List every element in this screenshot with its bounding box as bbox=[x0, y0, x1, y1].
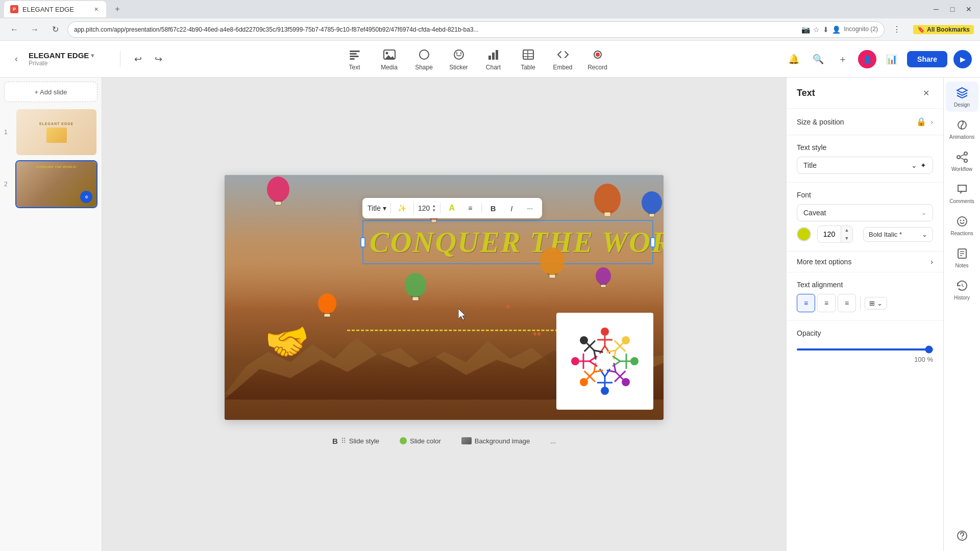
close-button[interactable]: ✕ bbox=[962, 2, 976, 16]
text-style-select[interactable]: Title ▾ bbox=[368, 204, 386, 212]
avatar[interactable]: 👤 bbox=[858, 50, 876, 68]
address-bar[interactable]: app.pitch.com/app/presentation/58f67c22-… bbox=[67, 21, 885, 38]
opacity-value: 100 % bbox=[797, 356, 933, 363]
animations-panel-button[interactable]: Animations bbox=[946, 114, 978, 144]
size-position-toggle[interactable]: Size & position 🔒 › bbox=[797, 117, 933, 127]
undo-button[interactable]: ↩ bbox=[129, 50, 147, 68]
redo-button[interactable]: ↪ bbox=[149, 50, 167, 68]
workflow-panel-button[interactable]: Workflow bbox=[946, 146, 978, 176]
align-right-button[interactable]: ≡ bbox=[838, 294, 856, 312]
align-left-button[interactable]: ≡ bbox=[797, 294, 815, 312]
resize-handle-left[interactable] bbox=[360, 237, 365, 247]
slide-headline-text[interactable]: CONQUER THE WORLD! bbox=[365, 223, 650, 261]
slide-item-2[interactable]: CONQUER THE WORLD! ⚙ bbox=[15, 160, 97, 208]
font-color-swatch[interactable] bbox=[797, 227, 811, 241]
vertical-align-icon: ⊞ bbox=[869, 299, 875, 307]
font-size-value[interactable] bbox=[818, 227, 841, 241]
tab-close-button[interactable]: ✕ bbox=[92, 5, 100, 13]
hand-element[interactable]: 🤝 bbox=[262, 318, 313, 367]
more-bottom-button[interactable]: ... bbox=[545, 435, 561, 447]
tool-chart[interactable]: Chart bbox=[478, 44, 509, 74]
browser-tab[interactable]: P ELEGANT EDGE ✕ bbox=[4, 1, 106, 17]
profile-icon[interactable]: 👤 bbox=[832, 26, 841, 34]
text-style-icon[interactable]: ✦ bbox=[920, 161, 926, 169]
magic-wand-button[interactable]: ✨ bbox=[395, 201, 409, 215]
search-button[interactable]: 🔍 bbox=[809, 50, 827, 68]
new-tab-button[interactable]: + bbox=[110, 2, 125, 16]
download-icon[interactable]: ⬇ bbox=[823, 26, 829, 34]
svg-point-19 bbox=[596, 53, 600, 57]
history-panel-button[interactable]: History bbox=[946, 274, 978, 305]
tool-record[interactable]: Record bbox=[582, 44, 613, 74]
align-button[interactable]: ≡ bbox=[463, 201, 477, 215]
comments-icon bbox=[955, 182, 969, 196]
reactions-panel-button[interactable]: Reactions bbox=[946, 210, 978, 240]
font-style-dropdown[interactable]: Bold Italic * ⌄ bbox=[863, 227, 933, 242]
back-button[interactable]: ← bbox=[6, 21, 22, 38]
tool-text[interactable]: Text bbox=[339, 44, 370, 74]
share-button[interactable]: Share bbox=[907, 51, 947, 67]
record-icon bbox=[591, 47, 605, 62]
circle-element[interactable] bbox=[556, 313, 653, 410]
refresh-button[interactable]: ↻ bbox=[47, 21, 63, 38]
balloon-4 bbox=[403, 272, 428, 304]
slide-style-item[interactable]: B ⠿ Slide style bbox=[327, 435, 384, 447]
play-button[interactable]: ▶ bbox=[953, 50, 972, 68]
opacity-slider[interactable] bbox=[797, 348, 933, 350]
svg-rect-27 bbox=[275, 202, 281, 205]
svg-point-78 bbox=[964, 152, 967, 155]
font-color-button[interactable]: A bbox=[445, 201, 459, 215]
tool-sticker[interactable]: Sticker bbox=[444, 44, 474, 74]
add-slide-button[interactable]: + Add slide bbox=[4, 82, 97, 102]
project-name[interactable]: ELEGANT EDGE ▾ bbox=[29, 51, 94, 60]
svg-point-7 bbox=[420, 50, 429, 59]
section-arrow-size: › bbox=[930, 118, 933, 126]
maximize-button[interactable]: □ bbox=[945, 2, 960, 16]
font-size-down[interactable]: ▼ bbox=[841, 234, 852, 242]
slide-color-item[interactable]: Slide color bbox=[395, 435, 446, 447]
svg-line-81 bbox=[960, 158, 964, 160]
notes-panel-button[interactable]: Notes bbox=[946, 242, 978, 272]
text-style-dropdown[interactable]: Title ⌄ ✦ bbox=[797, 157, 933, 174]
tool-embed[interactable]: Embed bbox=[548, 44, 578, 74]
tool-shape[interactable]: Shape bbox=[409, 44, 439, 74]
star-icon[interactable]: ☆ bbox=[813, 26, 820, 34]
text-style-arrow: ⌄ bbox=[911, 161, 917, 169]
extensions-button[interactable]: ⋮ bbox=[889, 21, 905, 38]
forward-button[interactable]: → bbox=[27, 21, 43, 38]
slide-item-1[interactable]: ELEGANT EDGE bbox=[15, 108, 97, 156]
notification-button[interactable]: 🔔 bbox=[785, 50, 803, 68]
size-up-btn[interactable]: ▲ bbox=[432, 204, 436, 208]
slide-canvas[interactable]: Title ▾ ✨ 120 ▲ ▼ bbox=[225, 175, 664, 420]
svg-point-22 bbox=[642, 191, 662, 214]
svg-point-36 bbox=[601, 328, 609, 336]
svg-rect-33 bbox=[601, 285, 606, 287]
align-center-button[interactable]: ≡ bbox=[817, 294, 836, 312]
comments-panel-button[interactable]: Comments bbox=[946, 178, 978, 208]
background-image-item[interactable]: Background image bbox=[456, 435, 535, 447]
italic-button[interactable]: I bbox=[504, 201, 519, 215]
size-down-btn[interactable]: ▼ bbox=[432, 208, 436, 213]
bold-button[interactable]: B bbox=[486, 201, 500, 215]
add-button[interactable]: ＋ bbox=[834, 50, 852, 68]
history-label: History bbox=[954, 295, 970, 300]
analytics-button[interactable]: 📊 bbox=[883, 50, 901, 68]
design-icon bbox=[955, 86, 969, 100]
minimize-button[interactable]: ─ bbox=[929, 2, 943, 16]
more-text-options[interactable]: More text options › bbox=[787, 252, 943, 272]
svg-rect-23 bbox=[649, 214, 654, 217]
panel-close-button[interactable]: ✕ bbox=[919, 86, 933, 100]
design-panel-button[interactable]: Design bbox=[946, 82, 978, 112]
tool-media[interactable]: Media bbox=[374, 44, 405, 74]
font-size-input[interactable]: ▲ ▼ bbox=[817, 226, 853, 243]
vertical-align-dropdown[interactable]: ⊞ ⌄ bbox=[865, 297, 887, 310]
selected-text-wrapper[interactable]: CONQUER THE WORLD! bbox=[362, 220, 653, 264]
nav-back-button[interactable]: ‹ bbox=[8, 51, 24, 67]
help-panel-button[interactable] bbox=[946, 524, 978, 547]
slides-panel: + Add slide 1 ELEGANT EDGE bbox=[0, 78, 102, 551]
tool-table[interactable]: Table bbox=[513, 44, 544, 74]
resize-handle-right[interactable] bbox=[650, 237, 655, 247]
font-size-up[interactable]: ▲ bbox=[841, 226, 852, 234]
font-dropdown[interactable]: Caveat ⌄ bbox=[797, 204, 933, 221]
more-options-button[interactable]: ··· bbox=[523, 201, 537, 215]
